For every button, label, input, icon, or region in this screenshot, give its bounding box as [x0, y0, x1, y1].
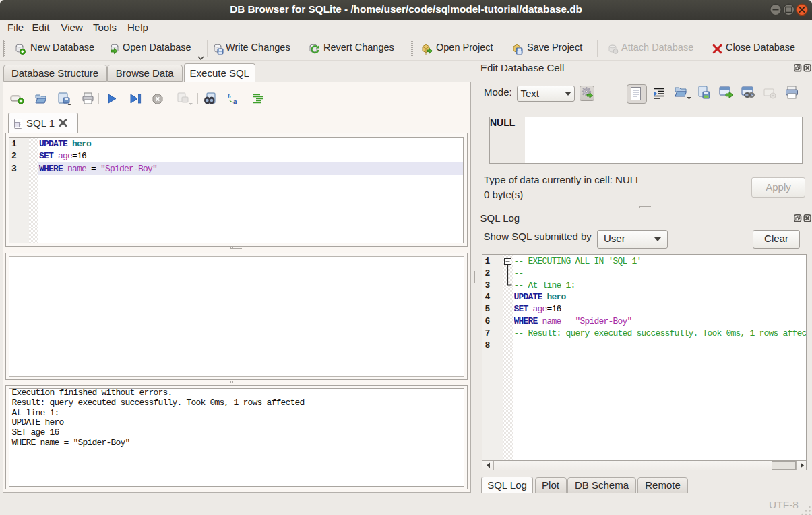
svg-text:a: a — [233, 97, 237, 105]
svg-text:b: b — [228, 93, 231, 100]
